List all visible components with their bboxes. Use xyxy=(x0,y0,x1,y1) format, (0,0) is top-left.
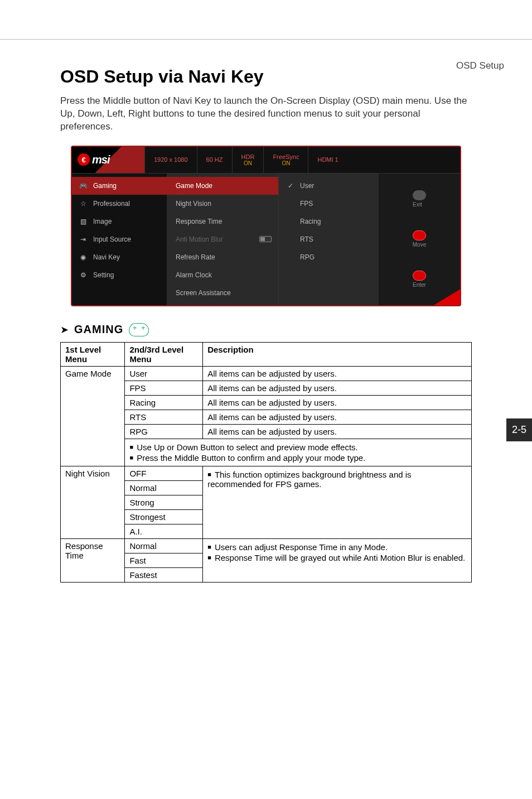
corner-accent-icon xyxy=(433,289,461,306)
osd-stat-freesync: FreeSyncON xyxy=(263,147,308,173)
star-icon: ☆ xyxy=(79,199,88,208)
cell-opt: Racing xyxy=(125,395,203,410)
osd-l1-gaming[interactable]: 🎮Gaming xyxy=(72,177,167,195)
header-divider xyxy=(0,39,532,40)
section-heading-text: GAMING xyxy=(74,323,123,336)
osd-l3-rts[interactable]: RTS xyxy=(279,230,379,248)
note-item: Use Up or Down Button to select and prev… xyxy=(129,442,467,452)
cell-opt: User xyxy=(125,366,203,381)
osd-screenshot: € msi 1920 x 1080 60 HZ HDRON FreeSyncON… xyxy=(71,146,461,306)
osd-stat-hdr: HDRON xyxy=(232,147,264,173)
osd-l1-navi-key[interactable]: ◉Navi Key xyxy=(72,248,167,266)
gamepad-icon: 🎮 xyxy=(79,181,88,190)
cell-desc: All items can be adjusted by users. xyxy=(203,410,472,424)
spec-table: 1st Level Menu 2nd/3rd Level Menu Descri… xyxy=(60,342,472,583)
table-row: Response Time Normal Users can adjust Re… xyxy=(61,538,472,553)
gamepad-outline-icon xyxy=(129,323,149,336)
toggle-icon xyxy=(259,236,272,242)
msi-logo-text: msi xyxy=(92,153,109,166)
desc-item: Users can adjust Response Time in any Mo… xyxy=(207,542,467,552)
cell-desc: All items can be adjusted by users. xyxy=(203,424,472,439)
cell-opt: Normal xyxy=(125,480,203,495)
button-glyph-icon xyxy=(413,190,426,200)
cell-opt: FPS xyxy=(125,381,203,395)
osd-stat-refresh: 60 HZ xyxy=(197,147,232,173)
cell-night-vision: Night Vision xyxy=(61,466,125,538)
th-description: Description xyxy=(203,342,472,366)
th-1st-level: 1st Level Menu xyxy=(61,342,125,366)
osd-menu-level1: 🎮Gaming ☆Professional ▧Image ⇥Input Sour… xyxy=(72,174,167,305)
gear-icon: ⚙ xyxy=(79,271,88,280)
cell-opt: Fast xyxy=(125,553,203,567)
table-row: Night Vision OFF This function optimizes… xyxy=(61,466,472,480)
osd-l2-anti-motion-blur: Anti Motion Blur xyxy=(167,230,278,248)
cell-opt: Strongest xyxy=(125,509,203,524)
table-header-row: 1st Level Menu 2nd/3rd Level Menu Descri… xyxy=(61,342,472,366)
osd-l3-rpg[interactable]: RPG xyxy=(279,248,379,266)
osd-l2-screen-assistance[interactable]: Screen Assistance xyxy=(167,284,278,302)
cell-opt: Strong xyxy=(125,495,203,509)
cell-opt: OFF xyxy=(125,466,203,480)
button-glyph-icon xyxy=(413,230,426,240)
cell-opt: A.I. xyxy=(125,524,203,538)
osd-hint-move: Move xyxy=(413,230,426,248)
table-row: Game Mode User All items can be adjusted… xyxy=(61,366,472,381)
section-heading-gaming: ➤ GAMING xyxy=(60,323,472,336)
button-glyph-icon xyxy=(413,271,426,281)
check-icon: ✓ xyxy=(288,182,294,190)
osd-side-hints: Exit Move Enter xyxy=(379,174,460,305)
osd-l2-game-mode[interactable]: Game Mode xyxy=(167,177,278,195)
cell-opt: Fastest xyxy=(125,567,203,582)
th-2nd-3rd-level: 2nd/3rd Level Menu xyxy=(125,342,203,366)
osd-l2-night-vision[interactable]: Night Vision xyxy=(167,195,278,213)
cell-response-time: Response Time xyxy=(61,538,125,582)
osd-stat-input: HDMI 1 xyxy=(308,147,347,173)
cell-opt: RPG xyxy=(125,424,203,439)
arrow-right-icon: ➤ xyxy=(60,324,69,336)
cell-opt: Normal xyxy=(125,538,203,553)
cell-game-mode-notes: Use Up or Down Button to select and prev… xyxy=(125,439,472,466)
desc-item: This function optimizes background brigh… xyxy=(207,470,467,489)
image-icon: ▧ xyxy=(79,217,88,226)
page-header-section: OSD Setup xyxy=(456,60,504,71)
cell-desc: All items can be adjusted by users. xyxy=(203,381,472,395)
osd-l1-image[interactable]: ▧Image xyxy=(72,213,167,230)
page-number-side: 2-5 xyxy=(506,418,532,441)
osd-menu-level3: ✓User FPS Racing RTS RPG xyxy=(278,174,379,305)
osd-l3-racing[interactable]: Racing xyxy=(279,213,379,230)
osd-l2-alarm-clock[interactable]: Alarm Clock xyxy=(167,266,278,284)
cell-desc: All items can be adjusted by users. xyxy=(203,395,472,410)
cell-desc: All items can be adjusted by users. xyxy=(203,366,472,381)
osd-l1-input-source[interactable]: ⇥Input Source xyxy=(72,230,167,248)
osd-l1-professional[interactable]: ☆Professional xyxy=(72,195,167,213)
osd-logo: € msi xyxy=(72,147,144,173)
intro-text: Press the Middle button of Navi Key to l… xyxy=(60,95,472,133)
osd-stat-resolution: 1920 x 1080 xyxy=(144,147,197,173)
osd-l1-setting[interactable]: ⚙Setting xyxy=(72,266,167,284)
osd-top-bar: € msi 1920 x 1080 60 HZ HDRON FreeSyncON… xyxy=(72,147,460,174)
cell-opt: RTS xyxy=(125,410,203,424)
cell-response-time-desc: Users can adjust Response Time in any Mo… xyxy=(203,538,472,582)
input-icon: ⇥ xyxy=(79,235,88,244)
page-title: OSD Setup via Navi Key xyxy=(60,66,472,87)
osd-l2-refresh-rate[interactable]: Refresh Rate xyxy=(167,248,278,266)
cell-night-vision-desc: This function optimizes background brigh… xyxy=(203,466,472,538)
navikey-icon: ◉ xyxy=(79,253,88,262)
osd-menu-level2: Game Mode Night Vision Response Time Ant… xyxy=(167,174,278,305)
osd-l3-user[interactable]: ✓User xyxy=(279,177,379,195)
osd-l3-fps[interactable]: FPS xyxy=(279,195,379,213)
osd-l2-response-time[interactable]: Response Time xyxy=(167,213,278,230)
osd-hint-exit: Exit xyxy=(413,190,426,208)
desc-item: Response Time will be grayed out while A… xyxy=(207,553,467,562)
osd-hint-enter: Enter xyxy=(413,271,426,288)
cell-game-mode: Game Mode xyxy=(61,366,125,466)
note-item: Press the Middle Button to confirm and a… xyxy=(129,453,467,463)
dragon-icon: € xyxy=(78,153,90,166)
